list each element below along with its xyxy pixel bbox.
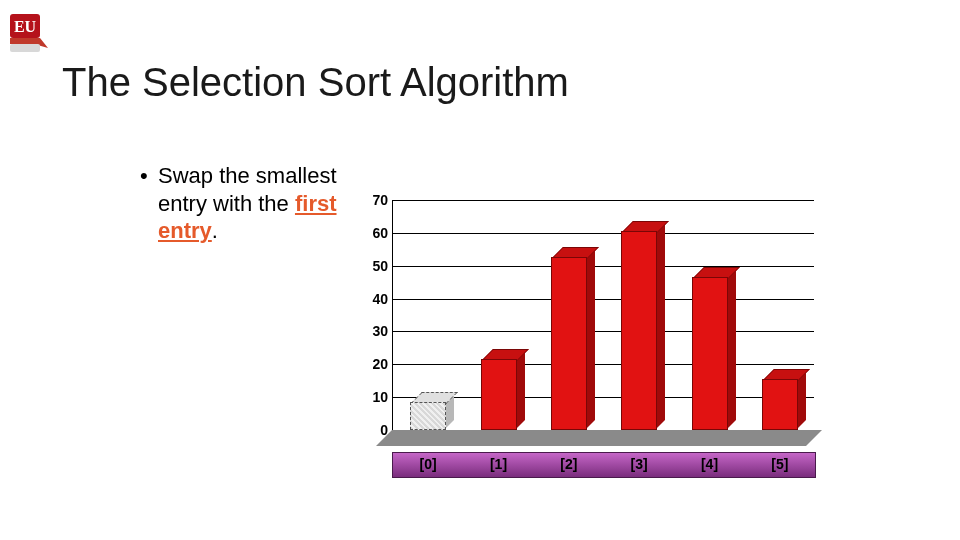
y-tick-label: 10 — [372, 389, 388, 405]
bar-chart: [0][1][2][3][4][5] 010203040506070 — [362, 200, 814, 480]
grid-line — [392, 397, 814, 398]
slide-title: The Selection Sort Algorithm — [62, 60, 569, 105]
chart-plot-area — [392, 200, 814, 430]
eu-logo: EU — [8, 8, 54, 64]
logo-initials: EU — [14, 18, 37, 35]
x-tick-label: [0] — [420, 456, 437, 472]
bullet-item: • Swap the smallest entry with the first… — [140, 162, 370, 245]
chart-floor — [376, 430, 822, 446]
x-tick-label: [5] — [771, 456, 788, 472]
slide: EU The Selection Sort Algorithm • Swap t… — [0, 0, 960, 540]
grid-line — [392, 266, 814, 267]
x-tick-label: [3] — [631, 456, 648, 472]
bar — [621, 233, 655, 430]
y-tick-label: 30 — [372, 323, 388, 339]
bullet-emph-first: first — [295, 191, 337, 216]
bar — [692, 279, 726, 430]
y-tick-label: 40 — [372, 291, 388, 307]
bar-highlight — [410, 404, 444, 430]
x-tick-label: [1] — [490, 456, 507, 472]
y-tick-label: 0 — [380, 422, 388, 438]
grid-line — [392, 364, 814, 365]
y-tick-label: 50 — [372, 258, 388, 274]
y-axis — [392, 200, 393, 430]
bullet-text-suffix: . — [212, 218, 218, 243]
svg-rect-1 — [10, 44, 40, 52]
bullet-emph-entry: entry — [158, 218, 212, 243]
bar — [762, 381, 796, 430]
grid-line — [392, 331, 814, 332]
x-tick-label: [2] — [560, 456, 577, 472]
grid-line — [392, 233, 814, 234]
grid-line — [392, 200, 814, 201]
grid-line — [392, 299, 814, 300]
y-tick-label: 20 — [372, 356, 388, 372]
bar — [551, 259, 585, 430]
y-tick-label: 70 — [372, 192, 388, 208]
bar — [481, 361, 515, 430]
bullet-dot-icon: • — [140, 162, 148, 190]
x-tick-label: [4] — [701, 456, 718, 472]
y-tick-label: 60 — [372, 225, 388, 241]
x-axis-strip: [0][1][2][3][4][5] — [392, 452, 816, 478]
